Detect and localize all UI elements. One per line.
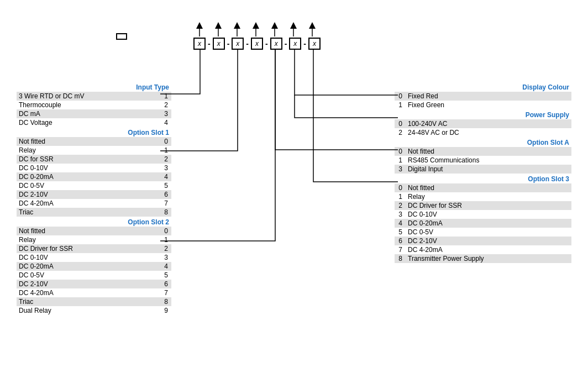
x-box-5: x [289,38,301,50]
left-row-label: Relay [17,235,160,244]
separator-dash-1: - [208,39,211,48]
left-row-label: DC Driver for SSR [17,244,160,253]
x-box-1: x [213,38,225,50]
right-row-label: Not fitted [406,183,571,192]
left-row-label: DC 4-20mA [17,199,160,208]
left-row-value: 1 [160,235,171,244]
left-row-value: 4 [160,118,171,127]
x-box-4: x [270,38,282,50]
right-section-header-2: Option Slot A [395,137,571,147]
right-row-value: 5 [395,228,406,237]
separator-dash-4: - [265,39,268,48]
left-row-value: 0 [160,227,171,235]
right-row-label: RS485 Communications [406,156,571,165]
left-table: Input Type3 Wire RTD or DC mV1Thermocoup… [17,82,171,315]
left-row-label: Thermocouple [17,101,160,109]
left-row-label: DC Voltage [17,118,160,127]
right-row-label: DC 0-10V [406,210,571,219]
right-row-label: 24-48V AC or DC [406,128,571,137]
right-row-value: 0 [395,92,406,101]
left-row-label: DC 0-20mA [17,262,160,271]
left-row-value: 4 [160,262,171,271]
right-section-header-3: Option Slot 3 [395,174,571,183]
left-row-label: DC mA [17,109,160,118]
x-box-0: x [193,38,206,50]
separator-dash-5: - [285,39,287,48]
left-row-label: Relay [17,146,160,155]
right-row-value: 2 [395,128,406,137]
separator-dash-2: - [227,39,230,48]
right-row-label: Transmitter Power Supply [406,254,571,263]
left-row-label: DC 0-5V [17,271,160,280]
left-section-header-2: Option Slot 2 [17,217,171,227]
left-row-value: 2 [160,101,171,109]
right-row-value: 6 [395,237,406,245]
left-row-value: 2 [160,155,171,164]
right-row-label: Not fitted [406,147,571,156]
x-box-3: x [251,38,263,50]
left-row-value: 7 [160,288,171,297]
left-row-value: 0 [160,137,171,146]
left-row-label: DC for SSR [17,155,160,164]
left-row-label: DC 4-20mA [17,288,160,297]
right-row-label: Relay [406,192,571,201]
left-section-header-1: Option Slot 1 [17,127,171,137]
left-row-value: 8 [160,297,171,306]
separator-dash-3: - [246,39,249,48]
left-row-value: 1 [160,92,171,101]
left-section-header-0: Input Type [17,82,171,92]
right-row-label: DC 4-20mA [406,245,571,254]
left-row-label: DC 0-10V [17,164,160,172]
left-row-value: 4 [160,172,171,181]
right-row-label: Fixed Green [406,101,571,109]
right-row-value: 0 [395,119,406,128]
main-container: x-x-x-x-x-x-x Input Type3 Wire RTD or DC… [0,0,588,373]
left-row-label: DC 2-10V [17,190,160,199]
left-row-label: Dual Relay [17,306,160,315]
right-row-value: 1 [395,192,406,201]
left-row-value: 8 [160,208,171,217]
right-row-label: DC Driver for SSR [406,201,571,210]
right-row-value: 1 [395,156,406,165]
right-row-value: 4 [395,219,406,228]
right-table: Display Colour0Fixed Red1Fixed GreenPowe… [395,82,571,263]
x-box-6: x [308,38,321,50]
right-section-header-1: Power Supply [395,109,571,119]
left-row-value: 2 [160,244,171,253]
left-row-label: 3 Wire RTD or DC mV [17,92,160,101]
right-row-label: Digital Input [406,165,571,174]
left-row-value: 3 [160,164,171,172]
right-row-label: DC 0-5V [406,228,571,237]
left-row-label: Triac [17,208,160,217]
right-row-value: 0 [395,147,406,156]
right-row-value: 3 [395,165,406,174]
left-row-value: 6 [160,280,171,288]
right-row-value: 3 [395,210,406,219]
right-row-label: DC 0-20mA [406,219,571,228]
left-row-value: 1 [160,146,171,155]
right-section-header-0: Display Colour [395,82,571,92]
left-row-label: DC 0-5V [17,181,160,190]
separator-dash-6: - [303,39,306,48]
left-row-value: 5 [160,181,171,190]
x-boxes-row: x-x-x-x-x-x-x [193,38,321,50]
x-box-2: x [232,38,244,50]
left-row-value: 7 [160,199,171,208]
right-row-value: 8 [395,254,406,263]
right-row-label: 100-240V AC [406,119,571,128]
right-row-value: 0 [395,183,406,192]
left-row-label: DC 0-20mA [17,172,160,181]
left-row-value: 6 [160,190,171,199]
left-row-value: 5 [160,271,171,280]
left-row-label: DC 0-10V [17,253,160,262]
left-row-label: Triac [17,297,160,306]
left-row-value: 3 [160,109,171,118]
right-row-label: DC 2-10V [406,237,571,245]
left-row-value: 9 [160,306,171,315]
right-row-label: Fixed Red [406,92,571,101]
right-row-value: 2 [395,201,406,210]
right-row-value: 1 [395,101,406,109]
left-row-label: Not fitted [17,227,160,235]
left-row-label: Not fitted [17,137,160,146]
model-box [116,33,127,40]
